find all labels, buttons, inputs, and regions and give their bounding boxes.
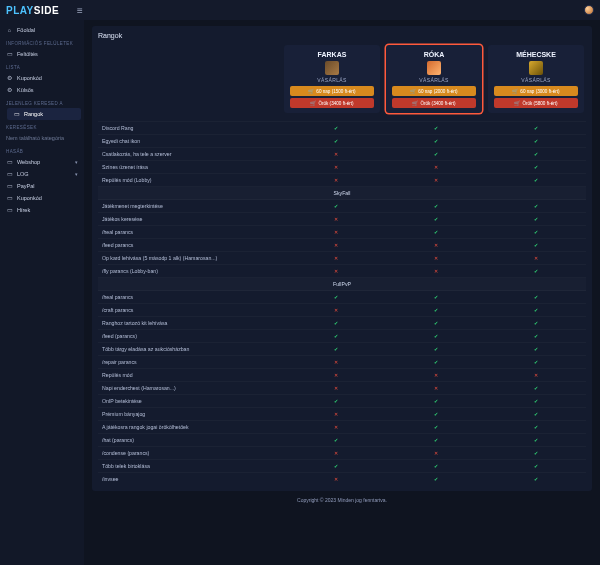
rank-cards: FARKAS VÁSÁRLÁS 🛒60 nap (1500 ft-ért) 🛒Ö… — [98, 45, 586, 119]
table-row: /fly parancs (Lobby-ban)✕✕✔ — [98, 265, 586, 278]
feature-check: ✔ — [486, 122, 586, 135]
feature-label: Discord Rang — [98, 122, 286, 135]
sidebar-hirek[interactable]: ▭ Hírek — [0, 204, 84, 216]
news-icon: ▭ — [6, 207, 13, 213]
feature-check: ✕ — [286, 421, 386, 434]
cart-icon: 🛒 — [512, 88, 518, 94]
sidebar-feltoltes[interactable]: ▭ Feltöltés — [0, 48, 84, 60]
logo[interactable]: PLAYSIDE — [6, 5, 59, 16]
table-row: Repülés mód✕✕✕ — [98, 369, 586, 382]
buy-60-button[interactable]: 🛒60 nap (3000 ft-ért) — [494, 86, 578, 96]
feature-check: ✔ — [486, 343, 586, 356]
feature-label: Egyedi chat ikon — [98, 135, 286, 148]
buy-60-button[interactable]: 🛒60 nap (2000 ft-ért) — [392, 86, 476, 96]
feature-check: ✕ — [386, 161, 486, 174]
feature-check: ✕ — [286, 304, 386, 317]
rank-card-mehecske: MÉHECSKE VÁSÁRLÁS 🛒60 nap (3000 ft-ért) … — [488, 45, 584, 113]
avatar[interactable] — [584, 5, 594, 15]
table-row: Discord Rang✔✔✔ — [98, 122, 586, 135]
feature-check: ✕ — [386, 252, 486, 265]
sidebar-kuponkod[interactable]: ▭ Kuponkód — [0, 192, 84, 204]
sidebar-home[interactable]: ⌂ Főoldal — [0, 24, 84, 36]
feature-check: ✔ — [486, 213, 586, 226]
feature-check: ✔ — [486, 148, 586, 161]
sidebar-section: JELENLEG KERESED A — [0, 96, 84, 108]
sidebar-label: PayPal — [17, 183, 34, 189]
feature-check: ✕ — [286, 369, 386, 382]
sidebar-label: Hírek — [17, 207, 30, 213]
table-row: /heal parancs✕✔✔ — [98, 226, 586, 239]
feature-check: ✔ — [486, 460, 586, 473]
table-row: Op kard lehívása (5 másodp 1 alk) (Hamar… — [98, 252, 586, 265]
table-row: Egyedi chat ikon✔✔✔ — [98, 135, 586, 148]
feature-check: ✔ — [286, 200, 386, 213]
fox-icon — [427, 61, 441, 75]
feature-label: Több telek birtoklása — [98, 460, 286, 473]
buy-forever-button[interactable]: 🛒Örök (3400 ft-ért) — [392, 98, 476, 108]
feature-check: ✔ — [486, 421, 586, 434]
sidebar-kupon[interactable]: ⚙ Kuponkód — [0, 72, 84, 84]
table-row: /invsee✕✔✔ — [98, 473, 586, 486]
feature-check: ✕ — [386, 447, 486, 460]
sidebar-kulsos[interactable]: ⚙ Külsős — [0, 84, 84, 96]
bee-icon — [529, 61, 543, 75]
feature-check: ✔ — [486, 434, 586, 447]
feature-label: Napi enderchest (Hamarosan...) — [98, 382, 286, 395]
rank-name: MÉHECSKE — [492, 51, 580, 58]
feature-check: ✔ — [486, 174, 586, 187]
sidebar-label: Kuponkód — [17, 195, 42, 201]
chevron-down-icon: ▾ — [75, 171, 78, 177]
tag-icon: ▭ — [6, 195, 13, 201]
feature-check: ✔ — [386, 200, 486, 213]
link-icon: ⚙ — [6, 87, 13, 93]
feature-label: /fly parancs (Lobby-ban) — [98, 265, 286, 278]
buy-forever-button[interactable]: 🛒Örök (3400 ft-ért) — [290, 98, 374, 108]
feature-check: ✔ — [286, 434, 386, 447]
feature-label: OnIP betekintése — [98, 395, 286, 408]
feature-check: ✕ — [286, 161, 386, 174]
feature-check: ✔ — [386, 148, 486, 161]
feature-check: ✔ — [386, 330, 486, 343]
table-row: /feed (parancs)✔✔✔ — [98, 330, 586, 343]
feature-check: ✔ — [286, 135, 386, 148]
feature-label: /feed parancs — [98, 239, 286, 252]
doc-icon: ▭ — [6, 171, 13, 177]
feature-check: ✔ — [286, 395, 386, 408]
chevron-down-icon: ▾ — [75, 159, 78, 165]
feature-check: ✔ — [486, 382, 586, 395]
table-row: Játékmenet megterkintése✔✔✔ — [98, 200, 586, 213]
feature-check: ✔ — [386, 226, 486, 239]
feature-check: ✔ — [386, 213, 486, 226]
feature-label: /feed (parancs) — [98, 330, 286, 343]
feature-check: ✕ — [286, 408, 386, 421]
cart-icon: 🛒 — [412, 100, 418, 106]
sidebar-webshop[interactable]: ▭ Webshop ▾ — [0, 156, 84, 168]
cart-icon: 🛒 — [310, 100, 316, 106]
paypal-icon: ▭ — [6, 183, 13, 189]
feature-check: ✔ — [286, 291, 386, 304]
feature-label: Prémium bányajog — [98, 408, 286, 421]
feature-label: Színes üzenet írása — [98, 161, 286, 174]
feature-label: /heal parancs — [98, 291, 286, 304]
hamburger-icon[interactable]: ≡ — [77, 5, 83, 16]
feature-check: ✔ — [386, 434, 486, 447]
feature-label: Repülés mód — [98, 369, 286, 382]
feature-check: ✕ — [286, 174, 386, 187]
cart-icon: 🛒 — [410, 88, 416, 94]
feature-check: ✕ — [286, 213, 386, 226]
table-row: A játékosra rangok jogai örökölhetőek✕✔✔ — [98, 421, 586, 434]
feature-check: ✔ — [386, 135, 486, 148]
topbar: PLAYSIDE ≡ — [0, 0, 600, 20]
sidebar-paypal[interactable]: ▭ PayPal — [0, 180, 84, 192]
buy-60-button[interactable]: 🛒60 nap (1500 ft-ért) — [290, 86, 374, 96]
buy-forever-button[interactable]: 🛒Örök (5800 ft-ért) — [494, 98, 578, 108]
feature-check: ✔ — [386, 343, 486, 356]
table-row: Több telek birtoklása✔✔✔ — [98, 460, 586, 473]
feature-check: ✔ — [486, 356, 586, 369]
feature-check: ✕ — [386, 174, 486, 187]
feature-check: ✔ — [386, 291, 486, 304]
table-row: /feed parancs✕✕✔ — [98, 239, 586, 252]
sidebar-log[interactable]: ▭ LOG ▾ — [0, 168, 84, 180]
sidebar-section: HASÁB — [0, 144, 84, 156]
sidebar-rangok[interactable]: ▭ Rangok — [7, 108, 81, 120]
